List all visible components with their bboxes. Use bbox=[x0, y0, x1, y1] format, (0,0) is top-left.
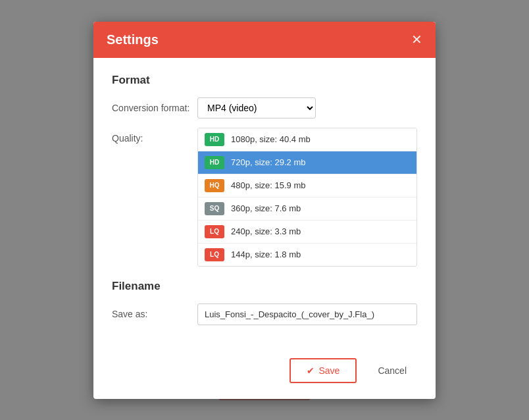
sq-badge-360: SQ bbox=[205, 202, 224, 215]
hd-badge-720: HD bbox=[205, 156, 224, 169]
lq-badge-240: LQ bbox=[205, 225, 224, 238]
quality-text-360p: 360p, size: 7.6 mb bbox=[231, 203, 301, 213]
quality-option-144p[interactable]: LQ 144p, size: 1.8 mb bbox=[198, 244, 416, 266]
quality-text-480p: 480p, size: 15.9 mb bbox=[231, 180, 305, 190]
quality-option-480p[interactable]: HQ 480p, size: 15.9 mb bbox=[198, 174, 416, 197]
close-icon[interactable]: ✕ bbox=[411, 33, 422, 46]
filename-row: Save as: bbox=[112, 303, 417, 325]
quality-text-240p: 240p, size: 3.3 mb bbox=[231, 226, 301, 236]
save-as-label: Save as: bbox=[112, 309, 197, 319]
modal-body: Format Conversion format: MP4 (video) MP… bbox=[93, 58, 436, 350]
quality-label: Quality: bbox=[112, 128, 197, 144]
settings-dialog: Settings ✕ Format Conversion format: MP4… bbox=[93, 22, 436, 399]
format-section-title: Format bbox=[112, 74, 417, 87]
save-label: Save bbox=[318, 365, 340, 376]
conversion-format-row: Conversion format: MP4 (video) MP3 (audi… bbox=[112, 97, 417, 118]
conversion-format-label: Conversion format: bbox=[112, 103, 197, 113]
lq-badge-144: LQ bbox=[205, 248, 224, 261]
hd-badge-1080: HD bbox=[205, 133, 224, 146]
filename-section-title: Filename bbox=[112, 280, 417, 293]
quality-option-720p[interactable]: HD 720p, size: 29.2 mb bbox=[198, 151, 416, 174]
quality-text-720p: 720p, size: 29.2 mb bbox=[231, 157, 305, 167]
modal-footer: ✔ Save Cancel bbox=[93, 350, 436, 399]
save-checkmark-icon: ✔ bbox=[307, 365, 315, 376]
cancel-button[interactable]: Cancel bbox=[367, 359, 417, 382]
modal-header: Settings ✕ bbox=[93, 22, 436, 58]
quality-option-360p[interactable]: SQ 360p, size: 7.6 mb bbox=[198, 197, 416, 221]
save-button[interactable]: ✔ Save bbox=[290, 358, 357, 383]
section-divider: Filename bbox=[112, 280, 417, 293]
format-select[interactable]: MP4 (video) MP3 (audio) AVI (video) MKV … bbox=[197, 97, 316, 118]
hq-badge-480: HQ bbox=[205, 179, 224, 192]
modal-overlay: Settings ✕ Format Conversion format: MP4… bbox=[0, 0, 529, 420]
quality-list: HD 1080p, size: 40.4 mb HD 720p, size: 2… bbox=[197, 128, 417, 267]
quality-option-240p[interactable]: LQ 240p, size: 3.3 mb bbox=[198, 221, 416, 244]
quality-option-1080p[interactable]: HD 1080p, size: 40.4 mb bbox=[198, 128, 416, 151]
filename-input[interactable] bbox=[197, 303, 417, 325]
quality-row-container: Quality: HD 1080p, size: 40.4 mb HD 720p… bbox=[112, 128, 417, 267]
quality-text-1080p: 1080p, size: 40.4 mb bbox=[231, 134, 311, 144]
quality-text-144p: 144p, size: 1.8 mb bbox=[231, 249, 301, 259]
modal-title: Settings bbox=[107, 32, 159, 47]
